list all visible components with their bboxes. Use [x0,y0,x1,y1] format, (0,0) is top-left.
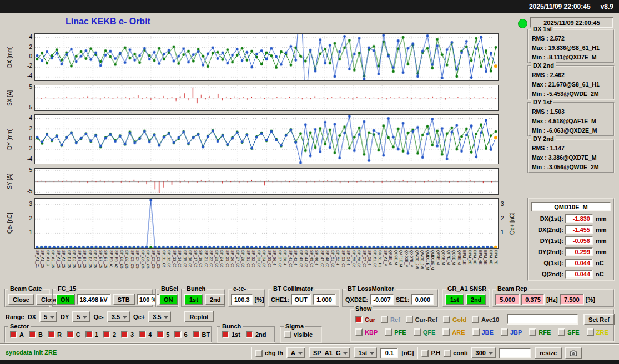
ref-name-input[interactable] [507,314,578,325]
sector-b-option[interactable]: B [29,331,43,338]
gr-a1-1st-button[interactable]: 1st [445,294,464,305]
bpm-label: SP_28_C5 [241,250,245,285]
bunch-select-group: Bunch 1st 2nd [181,289,225,307]
sector-2-checkbox[interactable] [103,331,110,338]
sector-2-option[interactable]: 2 [103,331,116,338]
sector-bt-checkbox[interactable] [193,331,200,338]
rfe-checkbox[interactable] [529,328,536,336]
show-ave10-option[interactable]: Ave10 [472,316,499,323]
sector-b-checkbox[interactable] [29,331,36,338]
sector-a-checkbox[interactable] [10,331,17,338]
fc15-on-button[interactable]: ON [56,294,75,305]
show-sfe-option[interactable]: SFE [558,328,579,336]
bpm-label: SP_51_C5 [331,250,335,285]
show-jbp-option[interactable]: JBP [501,328,522,336]
sector-c-option[interactable]: C [67,331,80,338]
sector-3-checkbox[interactable] [121,331,128,338]
interval-select[interactable]: 300 [471,347,496,358]
bpm-label: QXD2E_M [405,250,409,285]
bpm-label: BPM_6E [489,250,493,285]
sigma-visible-checkbox[interactable] [284,331,291,338]
zre-checkbox[interactable] [587,328,594,336]
jbe-checkbox[interactable] [472,328,480,336]
are-checkbox[interactable] [442,328,450,336]
sector-1-checkbox[interactable] [85,331,93,338]
replot-button[interactable]: Replot [184,311,213,322]
bpm-label: SP_B1_C5 [67,250,71,285]
bunch-2nd-button[interactable]: 2nd [205,294,226,305]
sector-5-option[interactable]: 5 [157,331,169,338]
sector-bt-option[interactable]: BT [193,331,210,338]
range-dy-select[interactable]: 5 [72,311,90,322]
kbp-checkbox[interactable] [355,328,363,336]
show-are-option[interactable]: ARE [442,328,465,336]
set-ref-button[interactable]: Set Ref [583,314,615,325]
sector-6-option[interactable]: 6 [174,331,187,338]
pfe-checkbox[interactable] [385,328,392,336]
show-qfe-option[interactable]: QFE [414,328,436,336]
dy-plot-canvas[interactable] [35,115,498,164]
range-dx-select[interactable]: 5 [39,311,57,322]
sfe-checkbox[interactable] [558,328,565,336]
conti-option[interactable]: conti [444,350,467,357]
ph-option[interactable]: P.H [421,350,440,357]
sector-4-option[interactable]: 4 [139,331,152,338]
bunch-1st-button[interactable]: 1st [184,294,203,305]
dx-plot-canvas[interactable] [35,34,498,80]
sector-1-option[interactable]: 1 [85,331,98,338]
q-plot-canvas[interactable] [35,199,498,248]
sector-5-checkbox[interactable] [157,331,164,338]
bpm-label: SP_B8_C5 [104,250,108,285]
range-qe-minus-select[interactable]: 3.5 [107,311,130,322]
chg-th-option[interactable]: chg th [255,350,283,357]
ref-checkbox[interactable] [381,316,388,323]
fc15-stb-button[interactable]: STB [113,294,135,305]
bunch-1st-option[interactable]: 1st [222,331,240,338]
bunch-2nd-option[interactable]: 2nd [246,331,266,338]
chg-th-checkbox[interactable] [255,350,263,357]
beam-gate-close-button-1[interactable]: Close [8,294,34,305]
sy-plot-canvas[interactable] [35,169,498,194]
snapshot-button[interactable] [565,347,582,359]
show-ref-option[interactable]: Ref [381,316,400,323]
sector-4-checkbox[interactable] [139,331,146,338]
device-select[interactable]: SP_A1_G [309,347,351,358]
sector-3-option[interactable]: 3 [121,331,134,338]
bunch-1st-checkbox[interactable] [222,331,229,338]
statusbar-input[interactable] [499,348,531,358]
cur-ref-checkbox[interactable] [406,316,413,323]
sector-r-checkbox[interactable] [48,331,55,338]
cur-checkbox[interactable] [355,316,363,323]
show-cur-ref-option[interactable]: Cur-Ref [406,316,437,323]
gr-a1-2nd-button[interactable]: 2nd [466,294,487,305]
qfe-checkbox[interactable] [414,328,421,336]
show-gold-option[interactable]: Gold [443,316,466,323]
busel-on-button[interactable]: ON [159,294,178,305]
sector-c-checkbox[interactable] [67,331,74,338]
sector-r-option[interactable]: R [48,331,62,338]
sector-a-option[interactable]: A [10,331,24,338]
sx-plot-canvas[interactable] [35,85,498,110]
conti-checkbox[interactable] [444,350,451,357]
show-pfe-option[interactable]: PFE [385,328,406,336]
bunch-order-select[interactable]: 1st [354,347,377,358]
bunch-2nd-checkbox[interactable] [246,331,253,338]
show-jbe-option[interactable]: JBE [472,328,494,336]
show-rfe-option[interactable]: RFE [529,328,551,336]
gold-checkbox[interactable] [443,316,450,323]
resize-button[interactable]: resize [535,347,562,359]
bpm-label: SP_A4_C5 [62,250,66,285]
sector-6-checkbox[interactable] [174,331,182,338]
bpm-label: SP_38_4 [283,250,287,285]
axis-tick-label: 5 [20,84,32,90]
ee-ratio-title: e-:e- [232,285,248,292]
show-cur-option[interactable]: Cur [355,316,375,323]
jbp-checkbox[interactable] [501,328,508,336]
range-qe-plus-select[interactable]: 3.5 [148,311,171,322]
ave10-checkbox[interactable] [472,316,479,323]
sector-select[interactable]: A [286,347,305,358]
sigma-visible-option[interactable]: visible [284,331,313,338]
show-zre-option[interactable]: ZRE [587,328,608,336]
show-kbp-option[interactable]: KBP [355,328,378,336]
ph-checkbox[interactable] [421,350,429,357]
